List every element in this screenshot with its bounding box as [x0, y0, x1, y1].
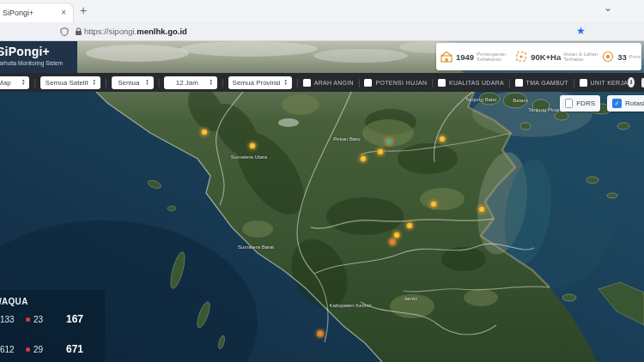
stat-label: Penanganan Kebakaran: [477, 51, 514, 63]
fire-station-icon: [440, 50, 453, 63]
legend-row: 612 29 671: [0, 343, 105, 355]
legend-title: TERRA/AQUA: [0, 297, 28, 306]
browser-tab-bar: SiPongi+ × + ⌄: [0, 0, 644, 22]
select-arrows-icon: ▲▼: [145, 79, 149, 86]
checkbox-icon[interactable]: [364, 79, 372, 87]
legend-row: 133 23 167: [0, 313, 105, 325]
area-icon: [514, 50, 528, 63]
time-range-select[interactable]: 12 Jam ▲▼: [164, 76, 217, 89]
province-select[interactable]: Semua Provinsi ▲▼: [228, 76, 293, 89]
bookmark-star-icon[interactable]: ★: [576, 25, 586, 37]
checkbox-icon[interactable]: ✓: [612, 99, 622, 108]
checkbox-wind-direction[interactable]: ARAH ANGIN: [303, 79, 354, 87]
select-arrows-icon: ▲▼: [284, 79, 288, 86]
checkbox-work-unit[interactable]: UNIT KERJA: [580, 79, 629, 87]
red-dot-icon: [26, 317, 30, 322]
stat-value: 1949: [456, 52, 474, 62]
stat-fire-handling: 1949 Penanganan Kebakaran: [440, 50, 514, 63]
brand-name: SiPongi+: [0, 45, 50, 58]
stat-value: 33: [617, 52, 627, 62]
rotasi-toggle[interactable]: ✓ Rotasi: [607, 95, 644, 112]
checkbox-icon[interactable]: [515, 79, 523, 87]
stat-label: Provinsi: [629, 54, 644, 60]
checkbox-peat-water-level[interactable]: TMA GAMBUT: [515, 79, 568, 87]
checkbox-icon[interactable]: [303, 79, 311, 87]
select-arrows-icon: ▲▼: [92, 79, 95, 86]
brand-subtitle: Karhutla Monitoring Sistem: [0, 60, 63, 66]
url-text[interactable]: https://sipongi.menlhk.go.id: [84, 27, 187, 36]
new-tab-button[interactable]: +: [80, 3, 87, 17]
checkbox-rain-potential[interactable]: POTENSI HUJAN: [364, 79, 427, 87]
info-icon[interactable]: i: [628, 77, 635, 87]
tab-title: SiPongi+: [3, 9, 33, 17]
checkbox-icon[interactable]: [438, 79, 446, 87]
select-arrows-icon: ▲▼: [21, 79, 25, 86]
filter-toolbar: Density Map ▲▼ | Semua Satelit ▲▼ | Semu…: [0, 73, 644, 92]
red-dot-icon: [26, 347, 30, 352]
stat-label: Hutan & Lahan Terbakar: [563, 51, 601, 63]
summary-stats-panel: 1949 Penanganan Kebakaran 90K+Ha Hutan &…: [436, 43, 641, 70]
checkbox-icon[interactable]: [580, 79, 587, 87]
stat-burned-area: 90K+Ha Hutan & Lahan Terbakar: [514, 50, 601, 63]
lock-icon: [75, 27, 82, 36]
address-bar[interactable]: https://sipongi.menlhk.go.id ★: [0, 22, 644, 41]
map-style-select[interactable]: Density Map ▲▼: [0, 76, 29, 89]
select-arrows-icon: ▲▼: [209, 79, 212, 86]
chevron-down-icon[interactable]: ⌄: [604, 2, 612, 14]
browser-tab[interactable]: SiPongi+ ×: [0, 3, 74, 24]
stat-value: 90K+Ha: [531, 52, 561, 62]
checkbox-icon[interactable]: [565, 99, 573, 108]
hotspot-count-panel: TERRA/AQUA 133 23 167 612 29 671: [0, 290, 105, 362]
fdrs-toggle[interactable]: FDRS: [560, 95, 600, 112]
confidence-select[interactable]: Semua ▲▼: [112, 76, 154, 89]
tab-close-icon[interactable]: ×: [61, 8, 66, 18]
stat-provinces: 33 Provinsi: [601, 50, 644, 63]
sipongi-logo[interactable]: SiPongi+ Karhutla Monitoring Sistem: [0, 40, 77, 73]
province-badge-icon: [601, 50, 615, 63]
satellite-select[interactable]: Semua Satelit ▲▼: [40, 76, 100, 89]
site-info-shield-icon[interactable]: [60, 27, 69, 36]
checkbox-air-quality[interactable]: KUALITAS UDARA: [438, 79, 504, 87]
